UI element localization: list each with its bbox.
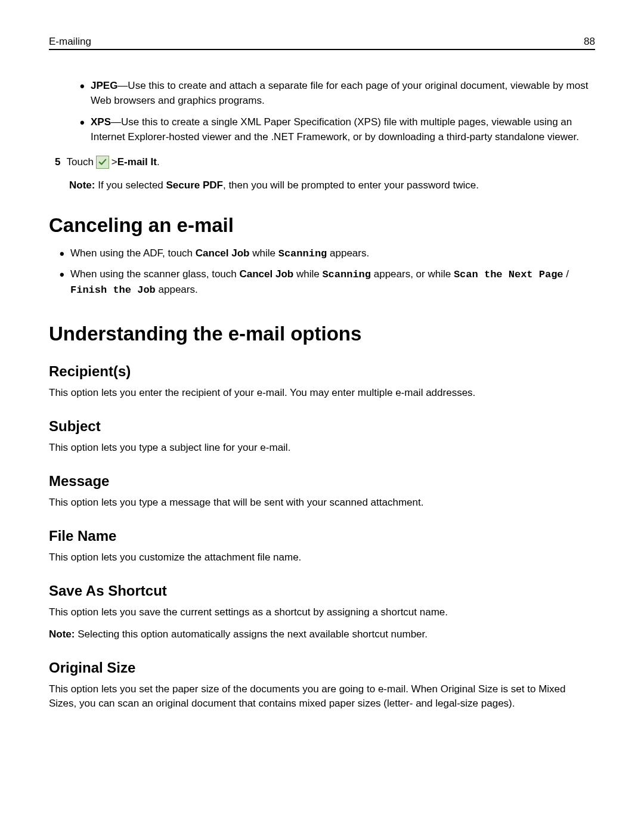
cancel-b2-scanning: Scanning bbox=[322, 269, 371, 280]
note-secure-pdf: Note: If you selected Secure PDF, then y… bbox=[69, 179, 595, 191]
subheading-message: Message bbox=[49, 473, 595, 490]
cancel-b1-mid: while bbox=[250, 247, 278, 259]
cancel-b2-slash: / bbox=[564, 268, 569, 280]
cancel-b2-mid1: while bbox=[293, 268, 322, 280]
note-post: , then you will be prompted to enter you… bbox=[223, 179, 479, 191]
header-section: E-mailing bbox=[49, 36, 91, 48]
format-jpeg-label: JPEG bbox=[91, 80, 117, 91]
format-xps-label: XPS bbox=[91, 116, 111, 128]
cancel-b1-post: appears. bbox=[327, 247, 369, 259]
cancel-b1-cj: Cancel Job bbox=[196, 247, 250, 259]
heading-canceling: Canceling an e-mail bbox=[49, 214, 595, 237]
page-header: E-mailing 88 bbox=[49, 36, 595, 50]
format-list: JPEG—Use this to create and attach a sep… bbox=[80, 79, 595, 145]
subheading-filename: File Name bbox=[49, 528, 595, 544]
note-saveas: Note: Selecting this option automaticall… bbox=[49, 627, 595, 642]
step-5-number: 5 bbox=[55, 156, 60, 168]
text-saveas: This option lets you save the current se… bbox=[49, 605, 595, 620]
cancel-bullet-adf: When using the ADF, touch Cancel Job whi… bbox=[60, 246, 595, 262]
cancel-b2-snp: Scan the Next Page bbox=[454, 269, 564, 280]
format-jpeg-desc: —Use this to create and attach a separat… bbox=[91, 80, 588, 106]
text-recipients: This option lets you enter the recipient… bbox=[49, 386, 595, 400]
cancel-b1-scanning: Scanning bbox=[278, 248, 327, 259]
note-saveas-text: Selecting this option automatically assi… bbox=[78, 628, 428, 640]
heading-options: Understanding the e-mail options bbox=[49, 323, 595, 345]
text-message: This option lets you type a message that… bbox=[49, 496, 595, 510]
header-page-number: 88 bbox=[584, 36, 595, 48]
format-xps: XPS—Use this to create a single XML Pape… bbox=[80, 115, 595, 144]
cancel-bullet-glass: When using the scanner glass, touch Canc… bbox=[60, 267, 595, 298]
subheading-recipients: Recipient(s) bbox=[49, 363, 595, 380]
cancel-bullets: When using the ADF, touch Cancel Job whi… bbox=[60, 246, 595, 298]
text-original: This option lets you set the paper size … bbox=[49, 682, 595, 711]
text-filename: This option lets you customize the attac… bbox=[49, 550, 595, 565]
cancel-b2-ftj: Finish the Job bbox=[70, 284, 156, 296]
note-secure: Secure PDF bbox=[166, 179, 223, 191]
cancel-b1-pre: When using the ADF, touch bbox=[70, 247, 196, 259]
checkmark-icon bbox=[96, 156, 109, 169]
subheading-subject: Subject bbox=[49, 418, 595, 435]
subheading-original: Original Size bbox=[49, 659, 595, 676]
step-5-period: . bbox=[157, 156, 160, 168]
format-xps-desc: —Use this to create a single XML Paper S… bbox=[91, 116, 579, 143]
cancel-b2-mid2: appears, or while bbox=[371, 268, 454, 280]
cancel-b2-pre: When using the scanner glass, touch bbox=[70, 268, 240, 280]
step-5: 5 Touch > E-mail It. bbox=[55, 156, 595, 169]
cancel-b2-cj: Cancel Job bbox=[240, 268, 294, 280]
step-5-emailit: E-mail It bbox=[117, 156, 157, 168]
cancel-b2-post: appears. bbox=[156, 284, 198, 295]
format-jpeg: JPEG—Use this to create and attach a sep… bbox=[80, 79, 595, 108]
subheading-saveas: Save As Shortcut bbox=[49, 583, 595, 599]
note-pre: If you selected bbox=[98, 179, 166, 191]
step-5-arrow: > bbox=[112, 156, 117, 168]
text-subject: This option lets you type a subject line… bbox=[49, 441, 595, 455]
step-5-touch: Touch bbox=[66, 156, 93, 168]
note-label: Note: bbox=[69, 179, 98, 191]
note-saveas-label: Note: bbox=[49, 628, 78, 640]
